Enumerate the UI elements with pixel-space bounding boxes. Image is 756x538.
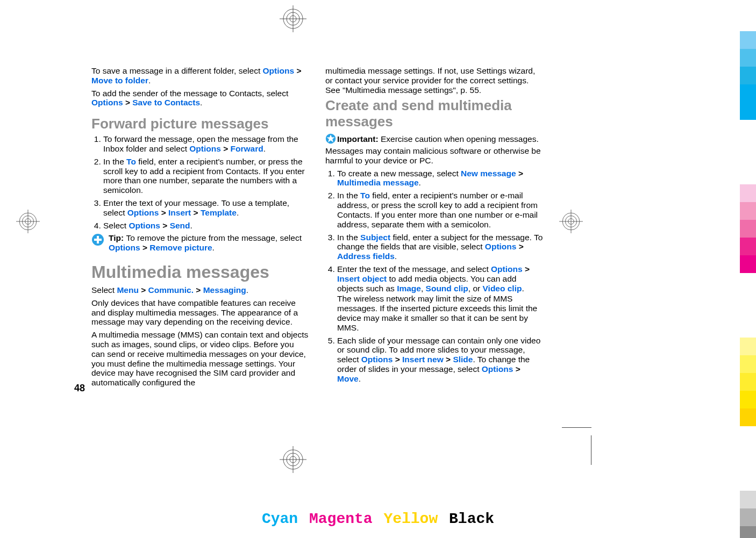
paragraph: Select Menu > Communic. > Messaging.	[91, 285, 309, 295]
cyan-label: Cyan	[261, 511, 299, 527]
cmyk-footer: Cyan Magenta Yellow Black	[0, 511, 756, 527]
svg-rect-22	[94, 239, 102, 241]
print-color-bars	[740, 31, 756, 538]
page-content: To save a message in a different folder,…	[91, 63, 546, 391]
forward-steps: To forward the message, open the message…	[91, 134, 309, 230]
list-item: Enter the text of the message, and selec…	[337, 264, 543, 333]
list-item: In the To field, enter a recipient's num…	[337, 191, 543, 229]
tip-plus-icon	[91, 233, 104, 246]
heading-mms: Multimedia messages	[91, 262, 309, 282]
paragraph: Only devices that have compatible featur…	[91, 298, 309, 327]
list-item: In the Subject field, enter a subject fo…	[337, 233, 543, 261]
create-mms-steps: To create a new message, select New mess…	[325, 169, 543, 384]
tip-block: Tip: To remove the picture from the mess…	[91, 233, 309, 253]
paragraph: A multimedia message (MMS) can contain t…	[91, 330, 309, 388]
heading-forward: Forward picture messages	[91, 116, 309, 132]
list-item: Enter the text of your message. To use a…	[103, 198, 309, 218]
crop-mark-icon	[554, 427, 591, 465]
list-item: In the To field, enter a recipient's num…	[103, 157, 309, 195]
list-item: Select Options > Send.	[103, 221, 309, 231]
black-label: Black	[448, 511, 495, 527]
paragraph: To save a message in a different folder,…	[91, 66, 309, 85]
page-number: 48	[74, 383, 85, 394]
yellow-label: Yellow	[382, 511, 439, 527]
registration-mark-icon	[280, 446, 306, 473]
manual-page: 48 To save a message in a different fold…	[0, 0, 756, 538]
tip-text: Tip: To remove the picture from the mess…	[109, 233, 309, 253]
paragraph: To add the sender of the message to Cont…	[91, 89, 309, 108]
registration-mark-icon	[16, 210, 40, 233]
list-item: Each slide of your message can contain o…	[337, 336, 543, 384]
magenta-label: Magenta	[308, 511, 374, 527]
important-star-icon	[325, 133, 336, 146]
registration-mark-icon	[280, 5, 306, 32]
heading-create-mms: Create and send multimedia messages	[325, 98, 543, 130]
registration-mark-icon	[559, 210, 583, 233]
list-item: To create a new message, select New mess…	[337, 169, 543, 188]
important-block: Important: Exercise caution when opening…	[325, 133, 543, 165]
list-item: To forward the message, open the message…	[103, 134, 309, 154]
paragraph: multimedia message settings. If not, use…	[325, 66, 543, 95]
right-column: multimedia message settings. If not, use…	[325, 63, 543, 391]
left-column: To save a message in a different folder,…	[91, 63, 309, 391]
